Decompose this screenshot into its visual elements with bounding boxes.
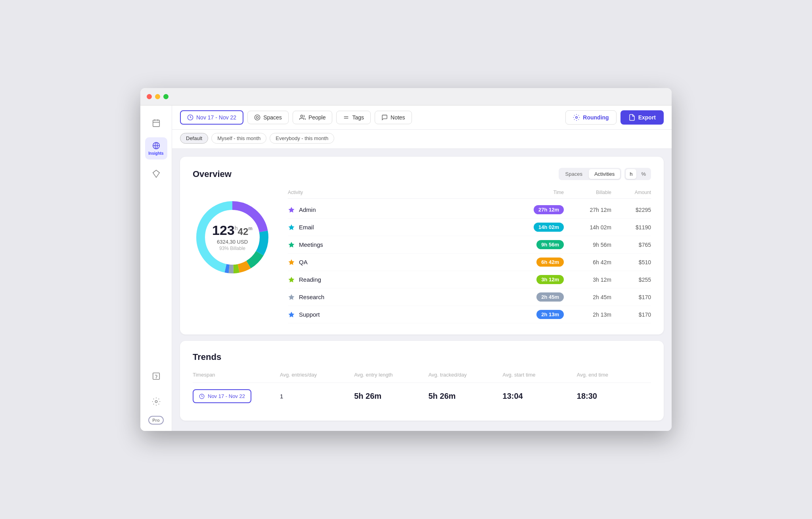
table-row: Reading 3h 12m 3h 12m $255: [288, 271, 651, 288]
trends-col-end: Avg. end time: [577, 372, 651, 378]
rounding-button[interactable]: Rounding: [565, 110, 616, 125]
unit-tab-pct[interactable]: %: [637, 169, 650, 179]
sidebar-item-diamond[interactable]: [145, 163, 167, 185]
trends-header-row: Trends: [193, 352, 651, 362]
svg-marker-23: [289, 207, 295, 212]
star-icon-qa: [288, 259, 295, 266]
table-row: Research 2h 45m 2h 45m $170: [288, 288, 651, 306]
col-billable: Billable: [564, 190, 611, 195]
trends-date-label: Nov 17 - Nov 22: [208, 393, 245, 399]
activity-name-qa: QA: [288, 259, 500, 266]
svg-point-10: [301, 115, 303, 117]
view-tab-activities[interactable]: Activities: [589, 169, 620, 179]
donut-min-unit: m: [248, 226, 253, 231]
sidebar-item-calendar[interactable]: [145, 112, 167, 134]
svg-point-5: [156, 378, 156, 378]
svg-marker-27: [289, 277, 295, 282]
activity-name-support: Support: [288, 311, 500, 318]
sidebar-item-insights-label: Insights: [148, 151, 163, 156]
date-range-label: Nov 17 - Nov 22: [196, 114, 236, 121]
content-area: Overview Spaces Activities h %: [172, 149, 672, 431]
sidebar-item-help[interactable]: [145, 365, 167, 387]
overview-header: Overview Spaces Activities h %: [193, 168, 651, 180]
unit-tab-h[interactable]: h: [626, 169, 636, 179]
time-badge-qa: 6h 42m: [500, 258, 564, 267]
table-row: Admin 27h 12m 27h 12m $2295: [288, 201, 651, 219]
trends-date-range: Nov 17 - Nov 22: [193, 389, 280, 403]
donut-usd: 6324,30 USD: [212, 239, 253, 245]
filter-tabs: Default Myself - this month Everybody - …: [172, 130, 672, 149]
maximize-button[interactable]: [163, 94, 169, 99]
donut-hours-unit: h: [235, 225, 238, 231]
export-label: Export: [638, 114, 656, 121]
date-range-button[interactable]: Nov 17 - Nov 22: [180, 110, 243, 125]
activity-table: Activity Time Billable Amount Admin: [288, 190, 651, 323]
trends-title: Trends: [193, 352, 651, 362]
activity-table-header: Activity Time Billable Amount: [288, 190, 651, 199]
donut-chart: 123h42m 6324,30 USD 93% Billable: [193, 198, 272, 277]
donut-minutes: 42: [238, 226, 249, 237]
col-time: Time: [500, 190, 564, 195]
trends-table: Timespan Avg. entries/day Avg. entry len…: [193, 372, 651, 409]
traffic-lights: [147, 94, 169, 99]
filter-tab-default[interactable]: Default: [180, 133, 208, 144]
table-row: Meetings 9h 56m 9h 56m $765: [288, 236, 651, 254]
export-button[interactable]: Export: [620, 110, 664, 125]
tags-label: Tags: [352, 114, 364, 121]
star-icon-reading: [288, 276, 295, 283]
view-tabs: Spaces Activities: [559, 168, 622, 180]
sidebar: Insights Pro: [140, 106, 172, 431]
filter-tab-myself[interactable]: Myself - this month: [211, 133, 266, 144]
svg-point-9: [257, 116, 259, 118]
trends-col-entries: Avg. entries/day: [280, 372, 354, 378]
overview-title: Overview: [193, 169, 559, 179]
activity-name-research: Research: [288, 294, 500, 301]
trends-date-button[interactable]: Nov 17 - Nov 22: [193, 389, 251, 403]
activity-name-admin: Admin: [288, 206, 500, 213]
activity-name-meetings: Meetings: [288, 241, 500, 248]
people-label: People: [308, 114, 326, 121]
svg-rect-0: [153, 120, 159, 127]
time-badge-email: 14h 02m: [500, 223, 564, 232]
table-row: Support 2h 13m 2h 13m $170: [288, 306, 651, 323]
activity-name-reading: Reading: [288, 276, 500, 283]
spaces-button[interactable]: Spaces: [247, 111, 289, 124]
trends-avg-entries: 1: [280, 393, 354, 400]
notes-label: Notes: [391, 114, 405, 121]
time-badge-meetings: 9h 56m: [500, 240, 564, 249]
trends-avg-tracked: 5h 26m: [428, 392, 502, 401]
trends-table-header: Timespan Avg. entries/day Avg. entry len…: [193, 372, 651, 383]
star-icon-meetings: [288, 241, 295, 248]
trends-avg-start: 13:04: [503, 392, 577, 401]
topbar: Nov 17 - Nov 22 Spaces People: [172, 106, 672, 130]
time-badge-support: 2h 13m: [500, 310, 564, 319]
filter-tab-everybody[interactable]: Everybody - this month: [270, 133, 334, 144]
svg-point-6: [155, 400, 157, 403]
sidebar-item-settings[interactable]: [145, 390, 167, 413]
main-content: Nov 17 - Nov 22 Spaces People: [172, 106, 672, 431]
svg-marker-28: [289, 294, 295, 300]
donut-center: 123h42m 6324,30 USD 93% Billable: [212, 223, 253, 251]
view-tab-spaces[interactable]: Spaces: [560, 169, 588, 179]
col-amount: Amount: [611, 190, 651, 195]
titlebar: [140, 88, 672, 106]
spaces-label: Spaces: [263, 114, 282, 121]
star-icon-support: [288, 311, 295, 318]
pro-badge[interactable]: Pro: [148, 416, 163, 425]
people-button[interactable]: People: [293, 111, 333, 124]
minimize-button[interactable]: [155, 94, 160, 99]
trends-col-timespan: Timespan: [193, 372, 280, 378]
close-button[interactable]: [147, 94, 152, 99]
svg-point-8: [255, 115, 260, 120]
trends-data-row: Nov 17 - Nov 22 1 5h 26m 5h 26m 13:04 18…: [193, 383, 651, 409]
trends-col-entry-length: Avg. entry length: [354, 372, 428, 378]
time-badge-research: 2h 45m: [500, 292, 564, 302]
table-row: QA 6h 42m 6h 42m $510: [288, 254, 651, 271]
svg-marker-25: [289, 242, 295, 247]
sidebar-item-insights[interactable]: Insights: [145, 137, 167, 160]
table-row: Email 14h 02m 14h 02m $1190: [288, 219, 651, 236]
overview-body: 123h42m 6324,30 USD 93% Billable Activit…: [193, 190, 651, 323]
unit-tabs: h %: [624, 168, 651, 180]
notes-button[interactable]: Notes: [375, 111, 412, 124]
tags-button[interactable]: Tags: [336, 111, 371, 124]
